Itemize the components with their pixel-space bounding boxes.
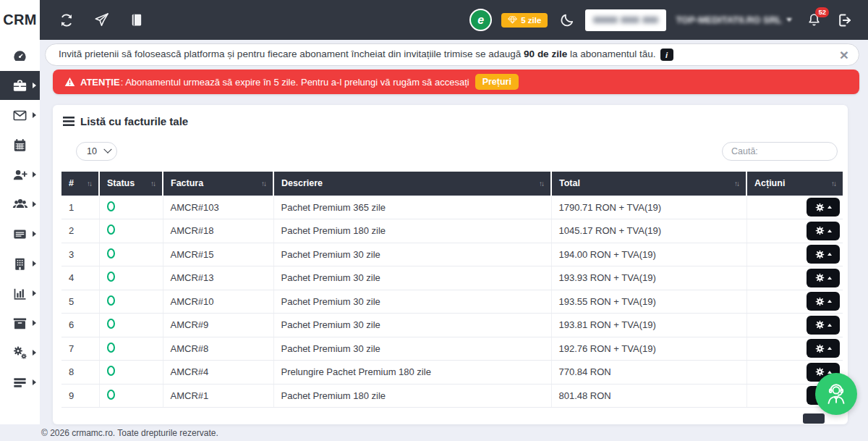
row-invoice-number: AMCR#10 (171, 296, 214, 307)
sidebar-item-archive[interactable] (0, 308, 40, 337)
caret-up-icon (827, 206, 832, 209)
top-navbar: CRM (0, 0, 868, 40)
page-size-select[interactable]: 10 (76, 142, 117, 161)
caret-up-icon (827, 300, 832, 303)
sidebar-item-messages[interactable] (0, 101, 40, 130)
search-input[interactable] (722, 142, 838, 161)
logout-icon[interactable] (836, 12, 854, 29)
days-badge-label: 5 zile (521, 16, 541, 25)
column-header-descriere[interactable]: Descriere ↑↓ (273, 172, 551, 196)
column-header-factura[interactable]: Factura ↑↓ (163, 172, 273, 196)
chevron-down-icon (786, 18, 792, 22)
card-title-label: Listă cu facturile tale (80, 115, 188, 127)
gears-icon (12, 344, 29, 361)
row-total: 1045.17 RON + TVA(19) (559, 225, 662, 236)
row-actions-button[interactable] (807, 316, 840, 335)
calendar-icon (12, 137, 28, 154)
table-header-row: # ↑↓ Status ↑↓ Factura ↑↓ Descriere ↑↓ T… (61, 172, 843, 196)
row-actions-button[interactable] (807, 245, 840, 264)
sort-icon: ↑↓ (261, 180, 265, 188)
column-header-actiuni[interactable]: Acțiuni ↑↓ (746, 172, 843, 196)
submenu-arrow-icon (33, 201, 36, 207)
gem-icon (508, 16, 517, 24)
gear-icon (815, 226, 825, 235)
row-description: Pachet Premium 365 zile (281, 202, 386, 213)
row-description: Pachet Premium 30 zile (281, 249, 380, 260)
column-header-total[interactable]: Total ↑↓ (551, 172, 746, 196)
row-index: 3 (69, 249, 74, 260)
sidebar-item-dashboard[interactable] (0, 41, 40, 70)
row-description: Prelungire Pachet Premium 180 zile (281, 366, 431, 377)
row-index: 1 (69, 202, 74, 213)
moon-icon[interactable] (558, 12, 576, 29)
invite-bold-days: 90 de zile (524, 49, 567, 59)
card-list-icon (12, 226, 28, 243)
pagination-next-button[interactable] (803, 413, 825, 424)
sidebar-item-company[interactable] (0, 249, 40, 278)
table-row: 5 AMCR#10 Pachet Premium 30 zile 193.55 … (61, 290, 843, 314)
sidebar-item-contacts[interactable] (0, 190, 40, 219)
refresh-icon[interactable] (59, 12, 75, 28)
row-actions-button[interactable] (807, 222, 840, 240)
send-icon[interactable] (93, 12, 110, 28)
sidebar-item-settings[interactable] (0, 338, 40, 367)
caret-up-icon (827, 277, 832, 280)
row-total: 801.48 RON (559, 390, 611, 401)
row-actions-button[interactable] (807, 198, 840, 217)
warning-triangle-icon (64, 77, 75, 87)
subscription-days-badge[interactable]: 5 zile (501, 13, 548, 28)
submenu-arrow-icon (33, 261, 36, 266)
invoices-card: Listă cu facturile tale 10 # ↑↓ Status ↑… (53, 105, 848, 424)
crm-app: CRM (0, 0, 868, 441)
caret-up-icon (827, 347, 832, 350)
submenu-arrow-icon (33, 320, 36, 326)
brand-check-icon[interactable]: e (469, 9, 492, 31)
sidebar-item-reports[interactable] (0, 279, 40, 308)
invite-banner: Invită prietenii să folosească platforma… (45, 43, 859, 66)
subscription-alert-banner: ATENȚIE : Abonamentul urmează să expire … (53, 70, 859, 94)
book-icon[interactable] (129, 12, 144, 28)
info-icon[interactable]: i (660, 49, 673, 61)
row-total: 192.76 RON + TVA(19) (559, 343, 656, 354)
prices-button[interactable]: Prețuri (475, 74, 519, 90)
sidebar-item-calendar[interactable] (0, 130, 40, 159)
page-size-value: 10 (87, 146, 97, 156)
row-invoice-number: AMCR#18 (171, 225, 214, 236)
chevron-down-icon (103, 146, 111, 154)
sidebar-item-logs[interactable] (0, 368, 40, 397)
invite-banner-text: Invită prietenii să folosească platforma… (59, 49, 673, 61)
row-total: 194.00 RON + TVA(19) (559, 249, 656, 260)
gear-icon (815, 367, 825, 377)
submenu-arrow-icon (33, 350, 36, 356)
account-menu[interactable]: TOP-MEDITATII.RO SRL (676, 14, 792, 25)
column-header-status[interactable]: Status ↑↓ (99, 172, 163, 196)
row-invoice-number: AMCR#15 (171, 249, 214, 260)
submenu-arrow-icon (33, 83, 36, 88)
row-actions-button[interactable] (807, 269, 840, 287)
table-row: 6 AMCR#9 Pachet Premium 30 zile 193.81 R… (61, 314, 843, 337)
account-name: TOP-MEDITATII.RO SRL (676, 14, 782, 25)
close-icon[interactable]: × (840, 47, 848, 62)
support-chat-button[interactable] (815, 373, 857, 415)
sidebar-item-add-contact[interactable] (0, 160, 40, 189)
sidebar-item-subscriptions[interactable] (0, 71, 40, 100)
row-description: Pachet Premium 30 zile (281, 319, 380, 330)
gear-icon (815, 344, 825, 353)
invoices-table: # ↑↓ Status ↑↓ Factura ↑↓ Descriere ↑↓ T… (61, 172, 843, 408)
row-actions-button[interactable] (807, 339, 840, 358)
notification-count-badge: 52 (815, 7, 829, 17)
row-actions-button[interactable] (807, 292, 840, 311)
row-invoice-number: AMCR#8 (171, 343, 209, 354)
column-header-index[interactable]: # ↑↓ (61, 172, 99, 196)
sidebar-item-cards[interactable] (0, 219, 40, 248)
blurred-account-badge (585, 9, 666, 31)
submenu-arrow-icon (33, 231, 36, 237)
list-lines-icon (12, 374, 28, 391)
notifications-button[interactable]: 52 (806, 12, 822, 28)
row-index: 6 (69, 319, 74, 330)
row-total: 1790.71 RON + TVA(19) (559, 202, 662, 213)
envelope-icon (12, 107, 28, 124)
sort-icon: ↑↓ (539, 180, 543, 188)
crm-logo[interactable]: CRM (0, 0, 40, 40)
building-icon (12, 256, 28, 272)
